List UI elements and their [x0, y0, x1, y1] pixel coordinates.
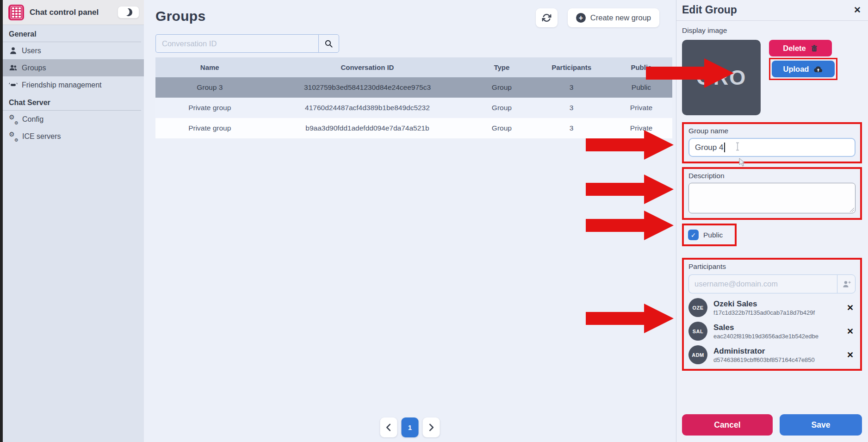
public-checkbox-label: Public — [703, 231, 723, 239]
save-button[interactable]: Save — [780, 414, 862, 436]
panel-footer: Cancel Save — [682, 414, 862, 436]
cancel-button[interactable]: Cancel — [682, 414, 773, 436]
cell-type: Group — [471, 83, 533, 92]
cell-type: Group — [471, 124, 533, 132]
panel-header: Edit Group ✕ — [676, 4, 868, 21]
cell-type: Group — [471, 104, 533, 112]
cell-name: Group 3 — [155, 83, 264, 92]
create-button-label: Create new group — [590, 13, 651, 22]
previous-page-button[interactable] — [380, 417, 397, 437]
group-avatar: GRO — [682, 40, 761, 115]
text-caret — [724, 143, 725, 152]
dark-mode-toggle[interactable] — [118, 6, 139, 19]
sidebar-item-label: Config — [22, 115, 43, 124]
app-logo-keypad-icon — [8, 5, 24, 20]
display-image-label: Display image — [682, 26, 862, 35]
participant-avatar: OZE — [688, 298, 707, 317]
sidebar-section-title: Chat Server — [3, 93, 141, 111]
add-participant-row — [688, 274, 856, 293]
sidebar-item-groups[interactable]: Groups — [3, 59, 144, 76]
participant-username-input[interactable] — [688, 274, 837, 293]
cell-public: Private — [610, 124, 672, 132]
upload-image-button[interactable]: Upload — [772, 61, 835, 77]
public-checkbox[interactable]: ✓ — [688, 230, 699, 240]
pagination: 1 — [380, 417, 440, 437]
remove-participant-button[interactable]: ✕ — [845, 326, 856, 336]
participant-item: OZE Ozeki Sales f17c1d322b7f135ad0cab7a1… — [688, 298, 856, 317]
table-header-row: Name Conversation ID Type Participants P… — [155, 57, 672, 77]
plus-circle-icon: + — [576, 13, 586, 23]
description-field[interactable] — [688, 183, 856, 213]
participant-avatar: SAL — [688, 322, 707, 341]
search-bar — [155, 34, 339, 53]
participant-item: SAL Sales eac2402f819b19d3656ad3e1b542ed… — [688, 322, 856, 341]
description-annotation-box: Description — [682, 167, 862, 220]
sidebar-item-config[interactable]: ⚙⚙ Config — [3, 111, 144, 128]
conversation-id-search-input[interactable] — [155, 34, 318, 53]
trash-icon — [811, 44, 818, 52]
refresh-icon — [542, 13, 552, 23]
cell-conversation-id: 3102759b3ed5841230d84e24cee975c3 — [264, 83, 471, 92]
cloud-upload-icon — [813, 66, 823, 73]
sidebar-item-ice-servers[interactable]: ⚙⚙ ICE servers — [3, 128, 144, 145]
sidebar-item-friendship-management[interactable]: Friendship management — [3, 76, 144, 93]
column-header: Public — [610, 63, 672, 71]
group-name-label: Group name — [688, 127, 856, 135]
page-1-button[interactable]: 1 — [402, 417, 419, 437]
groups-page: Groups + Create new group Name Conversat… — [144, 0, 676, 442]
close-panel-button[interactable]: ✕ — [854, 5, 861, 15]
table-row[interactable]: Private group b9aa3d90fdd1adefdd094e7da7… — [155, 118, 672, 138]
column-header: Participants — [533, 63, 610, 71]
display-image-row: GRO Delete Upload — [682, 40, 862, 118]
table-row[interactable]: Private group 41760d24487acf4d389b1be849… — [155, 98, 672, 118]
participant-name: Sales — [713, 323, 818, 332]
cell-participants: 3 — [533, 83, 610, 92]
participant-id: eac2402f819b19d3656ad3e1b542edbe — [713, 333, 818, 340]
edit-group-panel: Edit Group ✕ Display image GRO Delete Up… — [676, 0, 868, 442]
add-participant-button[interactable] — [837, 274, 856, 293]
app-title: Chat control panel — [30, 8, 112, 17]
participants-section: Participants OZE Ozeki Sales f17c1d322b7… — [682, 258, 862, 371]
search-icon — [324, 39, 333, 48]
cell-public: Public — [610, 83, 672, 92]
resize-grip[interactable] — [849, 207, 854, 212]
cell-participants: 3 — [533, 104, 610, 112]
column-header: Conversation ID — [264, 63, 471, 71]
search-button[interactable] — [318, 34, 339, 53]
handshake-icon — [9, 81, 18, 89]
sidebar-item-users[interactable]: Users — [3, 42, 144, 59]
cell-name: Private group — [155, 124, 264, 132]
gears-icon: ⚙⚙ — [9, 115, 18, 124]
column-header: Name — [155, 63, 264, 71]
sidebar-item-label: Users — [22, 47, 41, 55]
chevron-right-icon — [428, 423, 435, 431]
refresh-button[interactable] — [536, 8, 558, 27]
remove-participant-button[interactable]: ✕ — [845, 303, 856, 313]
groups-table: Name Conversation ID Type Participants P… — [155, 57, 672, 138]
delete-image-button[interactable]: Delete — [769, 40, 832, 56]
text-cursor-ibeam — [735, 142, 740, 153]
sidebar-item-label: Friendship management — [22, 81, 102, 89]
table-row[interactable]: Group 3 3102759b3ed5841230d84e24cee975c3… — [155, 77, 672, 98]
participant-name: Administrator — [713, 346, 815, 356]
group-name-value: Group 4 — [695, 143, 723, 152]
column-header: Type — [471, 63, 533, 71]
remove-participant-button[interactable]: ✕ — [845, 350, 856, 360]
sidebar-section-title: General — [3, 25, 141, 42]
participant-id: d574638619cbff603bf857164c47e850 — [713, 356, 815, 363]
user-icon — [9, 46, 18, 55]
person-plus-icon — [842, 280, 851, 288]
moon-icon — [124, 8, 132, 16]
cell-conversation-id: b9aa3d90fdd1adefdd094e7da74a521b — [264, 124, 471, 132]
next-page-button[interactable] — [423, 417, 440, 437]
sidebar-item-label: Groups — [22, 64, 46, 72]
create-new-group-button[interactable]: + Create new group — [568, 8, 659, 27]
gears-icon: ⚙⚙ — [9, 132, 18, 141]
chevron-left-icon — [385, 423, 392, 431]
group-name-field[interactable]: Group 4 — [688, 138, 856, 157]
description-label: Description — [688, 172, 856, 180]
cell-conversation-id: 41760d24487acf4d389b1be849dc5232 — [264, 104, 471, 112]
group-name-annotation-box: Group name Group 4 — [682, 122, 862, 163]
upload-annotation-box: Upload — [769, 58, 837, 80]
users-icon — [9, 63, 18, 72]
